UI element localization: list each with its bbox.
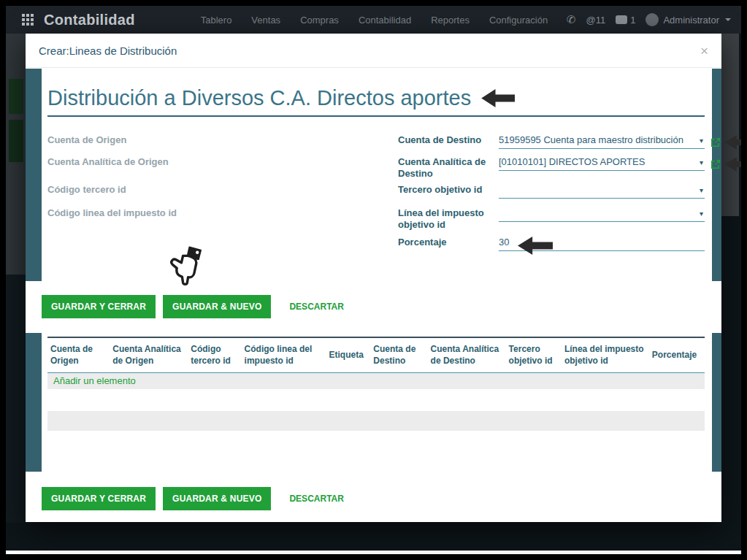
col-codigo-linea-impuesto: Código linea del impuesto id — [242, 337, 326, 373]
tercero-objetivo-select[interactable]: ▾ — [499, 184, 705, 199]
cuenta-destino-select[interactable]: 51959595 Cuenta para maestro distribució… — [499, 134, 705, 149]
nav-item-compras[interactable]: Compras — [300, 15, 339, 26]
external-link-icon[interactable] — [710, 137, 721, 147]
modal-footer: GUARDAR Y CERRAR GUARDAR & NUEVO DESCART… — [26, 472, 721, 522]
chat-indicator[interactable]: 1 — [616, 15, 635, 26]
save-close-button-bottom[interactable]: GUARDAR Y CERRAR — [42, 487, 156, 510]
form-sheet: Distribución a Diversos C.A. Directos ap… — [42, 69, 712, 281]
save-new-button[interactable]: GUARDAR & NUEVO — [163, 295, 271, 318]
form-grid: Cuenta de Origen Cuenta de Destino 51959… — [47, 134, 705, 251]
col-cuenta-analitica-destino: Cuenta Analítica de Destino — [428, 337, 506, 373]
save-new-button-bottom[interactable]: GUARDAR & NUEVO — [163, 487, 271, 510]
porcentaje-value: 30 — [499, 237, 509, 248]
navbar-right: ✆ @11 1 Administrator — [567, 13, 731, 26]
label-cuenta-origen: Cuenta de Origen — [47, 134, 197, 146]
close-icon[interactable]: × — [700, 44, 708, 58]
user-name: Administrator — [663, 15, 719, 26]
create-distribution-lines-modal: Crear:Lineas de Distribución × Distribuc… — [26, 34, 721, 522]
dropdown-caret-icon: ▾ — [700, 158, 703, 166]
app-frame: Contabilidad Tablero Ventas Compras Cont… — [6, 6, 741, 554]
empty-row-gray — [47, 411, 705, 431]
discard-link[interactable]: DESCARTAR — [289, 295, 343, 312]
label-codigo-tercero: Código tercero id — [47, 184, 197, 196]
col-porcentaje: Porcentaje — [649, 337, 705, 373]
nav-item-contabilidad[interactable]: Contabilidad — [359, 15, 411, 26]
label-cuenta-destino: Cuenta de Destino — [398, 134, 499, 146]
dimmed-backdrop-right — [721, 34, 739, 216]
annotation-arrow-porcentaje — [518, 237, 553, 255]
col-cuenta-origen: Cuenta de Origen — [47, 337, 110, 373]
dropdown-caret-icon: ▾ — [700, 186, 703, 194]
hand-cursor-annotation — [169, 245, 205, 292]
label-tercero-objetivo: Tercero objetivo id — [398, 184, 499, 196]
label-cuenta-analitica-origen: Cuenta Analítica de Origen — [47, 156, 197, 168]
nav-item-tablero[interactable]: Tablero — [201, 15, 232, 26]
form-section: Distribución a Diversos C.A. Directos ap… — [26, 69, 721, 281]
cuenta-analitica-destino-select[interactable]: [01010101] DIRECTOS APORTES ▾ — [499, 156, 705, 171]
app-brand[interactable]: Contabilidad — [44, 12, 135, 28]
external-link-icon[interactable] — [710, 159, 721, 169]
distribution-lines-table: Cuenta de Origen Cuenta Analítica de Ori… — [47, 337, 705, 373]
nav-item-ventas[interactable]: Ventas — [251, 15, 280, 26]
col-tercero-objetivo: Tercero objetivo id — [506, 337, 562, 373]
form-footer: GUARDAR Y CERRAR GUARDAR & NUEVO DESCART… — [26, 281, 721, 333]
linea-impuesto-objetivo-select[interactable]: ▾ — [499, 207, 705, 222]
label-codigo-linea-impuesto: Código linea del impuesto id — [47, 207, 197, 219]
col-linea-impuesto-objetivo: Línea del impuesto objetivo id — [562, 337, 649, 373]
discard-link-bottom[interactable]: DESCARTAR — [289, 487, 343, 504]
save-close-button[interactable]: GUARDAR Y CERRAR — [42, 295, 156, 318]
label-porcentaje: Porcentaje — [398, 237, 499, 248]
add-element-link[interactable]: Añadir un elemento — [47, 373, 705, 389]
apps-grid-icon[interactable] — [22, 14, 34, 26]
chevron-down-icon — [725, 18, 731, 24]
cuenta-analitica-destino-value: [01010101] DIRECTOS APORTES — [499, 156, 645, 167]
col-etiqueta: Etiqueta — [326, 337, 371, 373]
nav-item-reportes[interactable]: Reportes — [431, 15, 470, 26]
porcentaje-input[interactable]: 30 — [499, 237, 705, 251]
dropdown-caret-icon: ▾ — [700, 137, 703, 145]
dimmed-backdrop-left — [6, 34, 26, 275]
top-navbar: Contabilidad Tablero Ventas Compras Cont… — [6, 6, 741, 34]
record-name-text[interactable]: Distribución a Diversos C.A. Directos ap… — [47, 86, 471, 110]
backdrop-bottom-strip — [6, 551, 741, 554]
modal-header: Crear:Lineas de Distribución × — [26, 34, 721, 68]
cuenta-destino-value: 51959595 Cuenta para maestro distribució… — [499, 134, 683, 145]
chat-bubble-icon — [616, 15, 627, 24]
nav-item-configuracion[interactable]: Configuración — [489, 15, 548, 26]
annotation-arrow-cuenta-analitica — [724, 157, 741, 172]
mentions-counter[interactable]: @11 — [586, 15, 605, 26]
chat-count: 1 — [630, 15, 635, 26]
avatar — [646, 13, 659, 26]
col-codigo-tercero: Código tercero id — [188, 337, 241, 373]
record-name-field[interactable]: Distribución a Diversos C.A. Directos ap… — [47, 86, 705, 117]
annotation-arrow-heading — [481, 89, 515, 107]
label-linea-impuesto-objetivo: Línea del impuesto objetivo id — [398, 207, 499, 231]
dropdown-caret-icon: ▾ — [700, 210, 703, 218]
label-cuenta-analitica-destino: Cuenta Analítica de Destino — [398, 156, 499, 180]
list-sheet: Cuenta de Origen Cuenta Analítica de Ori… — [42, 333, 712, 472]
col-cuenta-destino: Cuenta de Destino — [370, 337, 427, 373]
user-menu[interactable]: Administrator — [646, 13, 731, 26]
modal-title: Crear:Lineas de Distribución — [39, 45, 177, 57]
phone-icon[interactable]: ✆ — [567, 13, 576, 26]
list-section: Cuenta de Origen Cuenta Analítica de Ori… — [26, 333, 721, 472]
col-cuenta-analitica-origen: Cuenta Analítica de Origen — [110, 337, 188, 373]
main-menu: Tablero Ventas Compras Contabilidad Repo… — [201, 15, 548, 26]
empty-row-white — [47, 389, 705, 411]
annotation-arrow-cuenta-destino — [724, 135, 741, 150]
